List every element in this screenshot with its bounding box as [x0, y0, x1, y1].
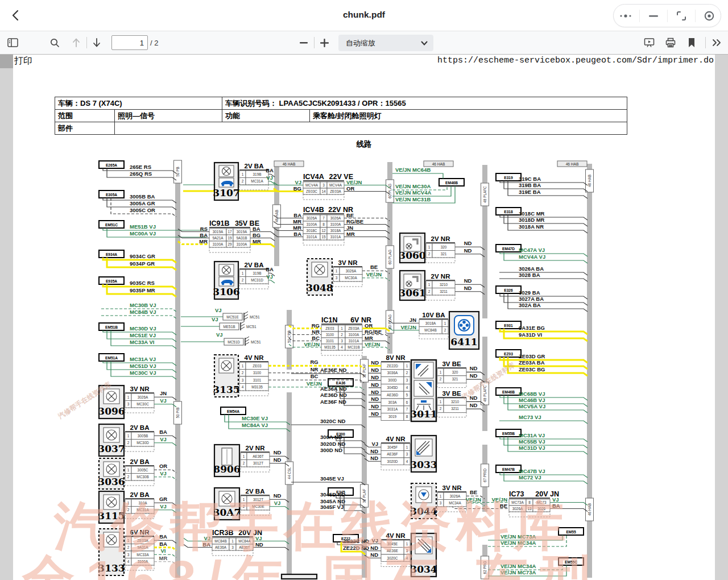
svg-text:VJ: VJ: [255, 535, 262, 541]
print-icon[interactable]: [663, 35, 679, 51]
page-number-input[interactable]: [111, 35, 148, 50]
svg-text:GR: GR: [159, 496, 167, 502]
svg-text:ND: ND: [371, 396, 379, 402]
svg-text:1: 1: [336, 269, 338, 273]
splice-EM47B: EM47BMC47B VJMC72 VJ: [496, 465, 588, 484]
svg-text:9035P MR: 9035P MR: [130, 287, 155, 293]
svg-text:3: 3: [406, 452, 408, 456]
presentation-mode-icon[interactable]: [641, 35, 657, 51]
svg-text:8906: 8906: [213, 463, 240, 475]
more-options-icon[interactable]: [616, 7, 635, 24]
svg-text:3045E VJ: 3045E VJ: [320, 475, 344, 482]
splice-EM46B: EM46BMC68B VJMC46B VJMCV5A VJ: [496, 388, 588, 413]
restore-icon[interactable]: [672, 7, 691, 24]
more-tools-icon[interactable]: [709, 35, 725, 51]
svg-text:MC31A: MC31A: [136, 508, 149, 512]
svg-text:MC30B: MC30B: [136, 475, 148, 479]
parts-label: 部件: [55, 122, 115, 135]
svg-text:VJ: VJ: [371, 441, 378, 447]
svg-text:MC34A: MC34A: [449, 501, 461, 505]
sidebar-toggle-icon[interactable]: [5, 35, 20, 51]
component-30A7: 30A72V BA13012TND2MC30EVJ: [213, 488, 289, 520]
zoom-out-icon[interactable]: [296, 35, 312, 51]
previous-page-icon[interactable]: [68, 35, 84, 51]
zoom-select[interactable]: 自动缩放: [338, 35, 433, 51]
svg-text:BE: BE: [346, 212, 354, 218]
svg-text:ND: ND: [470, 365, 478, 371]
svg-text:2: 2: [243, 461, 245, 465]
svg-text:VJ: VJ: [266, 274, 273, 280]
svg-text:BC: BC: [312, 335, 320, 341]
svg-text:6411: 6411: [450, 336, 477, 347]
bus: 62 PRG: [481, 545, 489, 579]
svg-text:3020C: 3020C: [387, 556, 398, 560]
svg-text:6: 6: [406, 400, 408, 404]
svg-text:BA: BA: [202, 541, 210, 548]
svg-text:17: 17: [228, 230, 232, 234]
record-icon[interactable]: [700, 7, 719, 24]
svg-text:MC31D VJ: MC31D VJ: [519, 445, 545, 451]
svg-text:JN: JN: [410, 317, 416, 323]
vehicle-info-table: 车辆：DS 7 (X74C) 车辆识别号码： LPAA5CJC5K2091433…: [55, 97, 627, 135]
svg-text:E319: E319: [504, 176, 513, 180]
svg-text:3020D: 3020D: [387, 459, 398, 463]
svg-text:3044: 3044: [410, 506, 437, 517]
svg-text:MC47A VJ: MC47A VJ: [519, 247, 545, 253]
divider: [314, 37, 315, 48]
svg-text:1: 1: [341, 326, 343, 330]
svg-text:ND: ND: [371, 367, 379, 373]
splice-EM51A: EM51AMC31A VJMC51D VJMC30C VJ: [99, 354, 176, 379]
svg-text:2: 2: [242, 278, 244, 282]
svg-text:3005B BA: 3005B BA: [130, 193, 155, 200]
svg-text:60 PLAG: 60 PLAG: [388, 184, 392, 198]
svg-text:VE/JN: VE/JN: [492, 496, 508, 503]
svg-text:MC30D: MC30D: [136, 441, 149, 445]
svg-text:3101: 3101: [326, 339, 334, 343]
svg-text:300A ND: 300A ND: [320, 434, 342, 440]
svg-text:3005C: 3005C: [138, 468, 148, 472]
svg-text:13: 13: [527, 507, 532, 511]
search-icon[interactable]: [47, 35, 63, 51]
svg-text:RG: RG: [310, 359, 318, 365]
svg-text:3: 3: [127, 402, 130, 406]
svg-text:3100A: 3100A: [237, 242, 247, 246]
svg-text:BG: BG: [253, 232, 260, 238]
save-bookmark-icon[interactable]: [684, 35, 700, 51]
svg-text:MC31A: MC31A: [251, 179, 263, 183]
svg-text:319E BA: 319E BA: [519, 189, 541, 195]
svg-text:9A31E BG: 9A31E BG: [519, 325, 545, 331]
component-3036: 30362V BA13005COR2MC30BVJ: [98, 458, 176, 489]
svg-text:VJ: VJ: [371, 537, 378, 544]
svg-text:MC51: MC51: [246, 325, 257, 329]
svg-text:EM51C: EM51C: [105, 223, 118, 227]
parts-value: [115, 122, 627, 135]
svg-text:3048: 3048: [306, 282, 333, 293]
svg-text:3018A: 3018A: [425, 321, 436, 325]
svg-text:319C BA: 319C BA: [519, 176, 541, 182]
svg-text:AE36E: AE36E: [387, 549, 398, 553]
svg-text:3100A: 3100A: [307, 222, 317, 226]
svg-text:ND: ND: [370, 552, 378, 558]
svg-text:MC51D: MC51D: [228, 340, 240, 344]
svg-text:1: 1: [243, 498, 245, 502]
svg-text:44 CSL: 44 CSL: [287, 467, 291, 479]
svg-text:EM47B: EM47B: [502, 467, 515, 471]
svg-text:4: 4: [406, 556, 408, 560]
svg-text:3018D MR: 3018D MR: [519, 217, 545, 223]
svg-text:MC31A VJ: MC31A VJ: [130, 356, 156, 362]
svg-text:3026A: 3026A: [450, 494, 461, 498]
svg-text:BC: BC: [311, 373, 318, 379]
svg-text:RG/BE: RG/BE: [365, 329, 382, 335]
bus: 44 CSL: [286, 392, 293, 578]
minimize-icon[interactable]: [644, 7, 663, 24]
zoom-in-icon[interactable]: [316, 35, 332, 51]
svg-text:3100A: 3100A: [138, 560, 148, 564]
svg-text:IC73: IC73: [509, 490, 524, 498]
svg-text:3061: 3061: [399, 287, 425, 299]
svg-text:VE/JN: VE/JN: [466, 496, 482, 503]
splice-E319: E319319C BA319B BA319E BA: [496, 173, 588, 198]
svg-text:46 HAB: 46 HAB: [588, 503, 592, 516]
next-page-icon[interactable]: [89, 35, 105, 51]
svg-text:ND: ND: [371, 403, 379, 409]
splice-E345: E3453045E VJ3045D ND3045A ND3045F VJ: [291, 475, 365, 513]
